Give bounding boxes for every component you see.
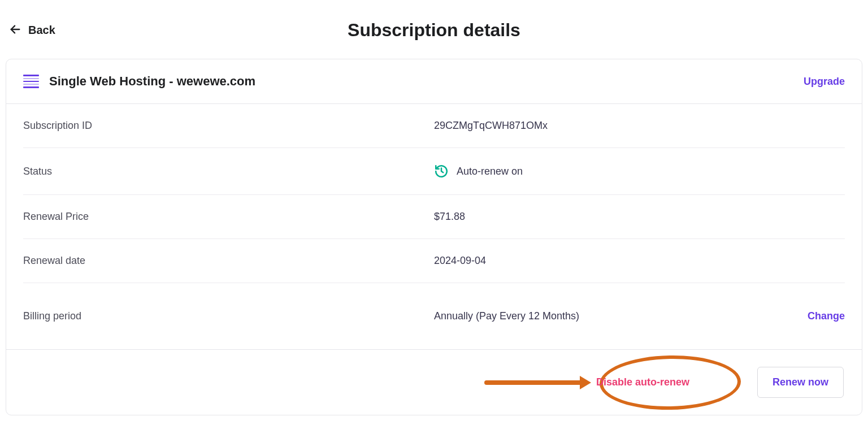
label-status: Status <box>23 166 434 177</box>
card-footer: Disable auto-renew Renew now <box>6 349 862 415</box>
value-renewal-date: 2024-09-04 <box>434 255 779 267</box>
auto-renew-icon <box>434 164 449 179</box>
subscription-card: Single Web Hosting - wewewe.com Upgrade … <box>6 59 862 415</box>
hosting-icon <box>23 75 39 88</box>
renew-now-button[interactable]: Renew now <box>757 367 844 398</box>
annotation-arrow-icon <box>484 374 591 391</box>
row-status: Status Auto-renew on <box>23 148 845 195</box>
value-billing-period: Annually (Pay Every 12 Months) <box>434 310 779 322</box>
back-button[interactable]: Back <box>9 23 55 38</box>
card-header: Single Web Hosting - wewewe.com Upgrade <box>6 59 862 104</box>
label-subscription-id: Subscription ID <box>23 120 434 132</box>
arrow-left-icon <box>9 23 21 38</box>
page-title: Subscription details <box>6 20 862 41</box>
card-title: Single Web Hosting - wewewe.com <box>49 74 793 89</box>
value-renewal-price: $71.88 <box>434 211 779 223</box>
row-renewal-price: Renewal Price $71.88 <box>23 195 845 239</box>
status-text: Auto-renew on <box>457 166 523 177</box>
value-subscription-id: 29CZMgTqCWH871OMx <box>434 120 779 132</box>
change-link[interactable]: Change <box>808 310 845 322</box>
disable-auto-renew-link[interactable]: Disable auto-renew <box>596 376 689 388</box>
svg-marker-2 <box>580 376 591 389</box>
upgrade-link[interactable]: Upgrade <box>804 76 845 88</box>
back-label: Back <box>28 24 55 37</box>
value-status: Auto-renew on <box>434 164 779 179</box>
details-list: Subscription ID 29CZMgTqCWH871OMx Status… <box>6 104 862 349</box>
row-billing-period: Billing period Annually (Pay Every 12 Mo… <box>23 283 845 349</box>
row-renewal-date: Renewal date 2024-09-04 <box>23 239 845 283</box>
label-renewal-price: Renewal Price <box>23 211 434 223</box>
row-subscription-id: Subscription ID 29CZMgTqCWH871OMx <box>23 104 845 148</box>
label-renewal-date: Renewal date <box>23 255 434 267</box>
page-header: Back Subscription details <box>6 8 862 52</box>
label-billing-period: Billing period <box>23 310 434 322</box>
